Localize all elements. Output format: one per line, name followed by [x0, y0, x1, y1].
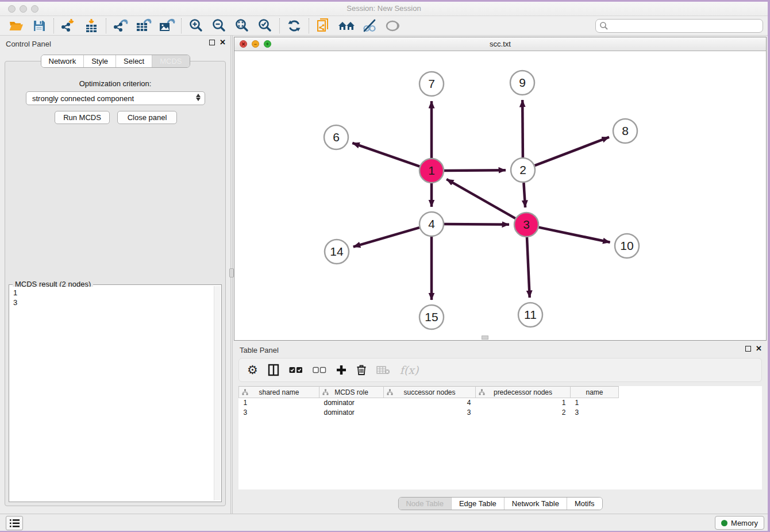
edge-4-3[interactable]: [444, 224, 509, 225]
tab-motifs[interactable]: Motifs: [567, 498, 602, 510]
node-15[interactable]: 15: [419, 305, 444, 329]
close-panel-icon[interactable]: ✕: [220, 40, 226, 45]
node-9[interactable]: 9: [510, 71, 534, 95]
criterion-select[interactable]: strongly connected component: [26, 91, 205, 105]
column-header-name[interactable]: name: [571, 387, 619, 398]
fx-icon[interactable]: f(x): [400, 364, 419, 376]
table-row[interactable]: 3dominator323: [239, 408, 619, 418]
export-table-icon[interactable]: [132, 17, 155, 34]
edge-2-8[interactable]: [535, 137, 609, 165]
export-image-icon[interactable]: [155, 17, 178, 34]
node-1[interactable]: 1: [419, 159, 444, 183]
tab-select[interactable]: Select: [116, 55, 152, 67]
select-stepper-icon: [196, 94, 201, 101]
float-panel-icon[interactable]: [209, 40, 215, 45]
memory-status-icon: [721, 520, 727, 526]
edge-3-1[interactable]: [446, 179, 515, 218]
network-window: ✕ − + scc.txt 7968124314101511: [234, 37, 767, 341]
import-network-icon[interactable]: [57, 17, 80, 34]
edge-3-10[interactable]: [539, 228, 610, 242]
close-table-panel-icon[interactable]: ✕: [756, 346, 762, 352]
node-14[interactable]: 14: [325, 240, 349, 264]
edge-4-14[interactable]: [353, 228, 419, 247]
table-panel-title: Table Panel: [240, 346, 279, 354]
checked-boxes-icon[interactable]: [289, 367, 303, 373]
glasses-slash-icon[interactable]: [358, 17, 381, 34]
vertical-splitter[interactable]: [230, 36, 233, 514]
svg-text:14: 14: [330, 245, 344, 258]
cell[interactable]: 3: [239, 408, 319, 418]
column-header-MCDS-role[interactable]: MCDS role: [319, 387, 384, 398]
network-canvas[interactable]: 7968124314101511: [234, 51, 766, 340]
column-icon[interactable]: [268, 364, 279, 376]
zoom-in-icon[interactable]: [184, 17, 207, 34]
trash-icon[interactable]: [356, 364, 367, 376]
node-10[interactable]: 10: [615, 234, 639, 258]
memory-button[interactable]: Memory: [715, 516, 764, 530]
cell[interactable]: 3: [571, 408, 619, 418]
edge-2-3[interactable]: [523, 183, 525, 207]
import-table-icon[interactable]: [80, 17, 103, 34]
close-panel-button[interactable]: Close panel: [117, 111, 177, 124]
zoom-fit-icon[interactable]: [230, 17, 253, 34]
plus-icon[interactable]: [336, 365, 346, 375]
mcds-result-text[interactable]: 1 3: [10, 287, 213, 500]
result-scrollbar[interactable]: [214, 286, 221, 500]
houses-icon[interactable]: [335, 17, 358, 34]
cell[interactable]: 1: [476, 398, 571, 408]
column-header-shared-name[interactable]: shared name: [239, 387, 319, 398]
unchecked-boxes-icon[interactable]: [313, 367, 326, 373]
zoom-selected-icon[interactable]: [253, 17, 276, 34]
tab-network-table[interactable]: Network Table: [504, 498, 567, 510]
canvas-resize-handle[interactable]: [482, 336, 488, 340]
cell[interactable]: 1: [239, 398, 319, 408]
cell[interactable]: 2: [476, 408, 571, 418]
node-6[interactable]: 6: [324, 125, 348, 149]
edge-3-11[interactable]: [527, 237, 530, 298]
settings-icon[interactable]: ⚙: [247, 364, 258, 376]
node-table-grid[interactable]: shared nameMCDS rolesuccessor nodesprede…: [238, 386, 619, 418]
column-header-successor-nodes[interactable]: successor nodes: [384, 387, 476, 398]
save-session-icon[interactable]: [28, 17, 51, 34]
splitter-handle[interactable]: [229, 268, 234, 277]
edge-1-2[interactable]: [444, 170, 506, 171]
cell[interactable]: 4: [384, 398, 476, 408]
search-icon: [599, 21, 609, 30]
control-panel-header: Control Panel ✕: [0, 36, 230, 52]
node-8[interactable]: 8: [613, 119, 637, 143]
cell[interactable]: dominator: [319, 398, 384, 408]
network-window-title: scc.txt: [234, 40, 766, 48]
eye-icon[interactable]: [381, 17, 404, 34]
search-input[interactable]: [595, 19, 763, 33]
run-mcds-button[interactable]: Run MCDS: [55, 111, 110, 124]
export-network-icon[interactable]: [109, 17, 132, 34]
cell[interactable]: 3: [384, 408, 476, 418]
delete-table-icon[interactable]: [376, 365, 390, 375]
edge-1-6[interactable]: [352, 143, 419, 167]
tab-style[interactable]: Style: [83, 55, 116, 67]
copy-network-icon[interactable]: [312, 17, 335, 34]
float-table-panel-icon[interactable]: [745, 346, 751, 352]
open-session-icon[interactable]: [5, 17, 28, 34]
zoom-out-icon[interactable]: [207, 17, 230, 34]
column-header-predecessor-nodes[interactable]: predecessor nodes: [476, 387, 571, 398]
cell[interactable]: 1: [571, 398, 619, 408]
cell[interactable]: dominator: [319, 408, 384, 418]
node-7[interactable]: 7: [419, 72, 444, 96]
edge-2-9[interactable]: [522, 100, 523, 157]
tab-network[interactable]: Network: [41, 55, 83, 67]
criterion-value: strongly connected component: [32, 94, 134, 103]
tab-edge-table[interactable]: Edge Table: [451, 498, 504, 510]
node-11[interactable]: 11: [518, 303, 542, 327]
node-4[interactable]: 4: [419, 212, 444, 236]
network-window-titlebar[interactable]: ✕ − + scc.txt: [234, 37, 766, 51]
table-panel-header: Table Panel ✕: [234, 342, 767, 358]
control-panel-tabs: NetworkStyleSelectMCDS: [40, 55, 190, 68]
table-row[interactable]: 1dominator411: [239, 398, 619, 408]
tab-mcds[interactable]: MCDS: [152, 55, 189, 67]
tab-node-table[interactable]: Node Table: [398, 498, 451, 510]
task-history-button[interactable]: [6, 516, 23, 530]
node-3[interactable]: 3: [514, 213, 538, 237]
refresh-icon[interactable]: [283, 17, 306, 34]
node-2[interactable]: 2: [511, 158, 535, 182]
